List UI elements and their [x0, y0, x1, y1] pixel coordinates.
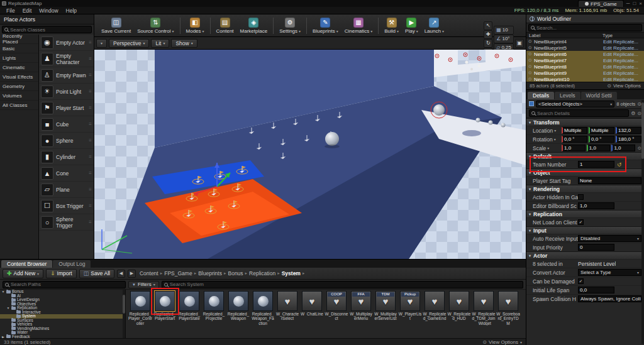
drag-grip-icon[interactable]: ≡ [89, 72, 92, 78]
place-actor-item[interactable]: ● Sphere ≡ [39, 133, 94, 149]
location-x-field[interactable]: Multiple [562, 127, 587, 134]
drag-grip-icon[interactable]: ≡ [89, 203, 92, 209]
outliner-row-type[interactable]: Edit Replicate... [603, 64, 642, 70]
place-actors-category[interactable]: Basic [0, 44, 38, 53]
eye-icon[interactable]: ⊙ [528, 64, 532, 69]
drag-grip-icon[interactable]: ≡ [89, 154, 92, 160]
billboard-scale-field[interactable]: 1,0 [578, 202, 614, 209]
asset-item[interactable]: Pickup ♥ W_PlayerList [398, 291, 422, 326]
scale-label[interactable]: Scale▾ [533, 145, 562, 151]
snap-control[interactable]: ∠ 10° [494, 35, 514, 43]
lit-button[interactable]: Lit▾ [151, 39, 169, 48]
drag-grip-icon[interactable]: ≡ [89, 40, 92, 45]
asset-item[interactable]: COOP ♥ W_Disconnect [325, 291, 348, 326]
reset-to-default-icon[interactable]: ↺ [617, 162, 622, 168]
can-be-damaged-checkbox[interactable]: ✓ [578, 278, 584, 284]
breadcrumb-item[interactable]: System [280, 270, 302, 277]
drag-grip-icon[interactable]: ≡ [89, 105, 92, 111]
asset-item[interactable]: ♥ W_Scoreboard_EntryTDM [496, 291, 520, 326]
details-tab[interactable]: World Setti [581, 92, 617, 99]
viewport-options-button[interactable]: ▾ [96, 39, 107, 48]
place-actors-category[interactable]: Volumes [0, 91, 38, 101]
back-button[interactable]: ◀ [117, 270, 125, 278]
auto-receive-input-dropdown[interactable]: Disabled ▾ [578, 235, 641, 242]
eye-icon[interactable]: ⊙ [637, 111, 641, 116]
outliner-row[interactable]: ⊙ NewBlueprint6 Edit Replicate... [526, 51, 644, 57]
outliner-row[interactable]: ⊙ NewBlueprint7 Edit Replicate... [526, 57, 644, 63]
place-actor-item[interactable]: ☀ Point Light ≡ [39, 84, 94, 100]
drag-grip-icon[interactable]: ≡ [89, 170, 92, 176]
gear-icon[interactable]: ⚙ [631, 111, 635, 116]
menu-item[interactable]: File [3, 8, 19, 14]
project-tab[interactable]: FPS_Game [578, 0, 624, 8]
toolbar-button[interactable]: ◈ Marketplace ▾ [237, 16, 271, 35]
menu-item[interactable]: Help [62, 8, 80, 14]
show-button[interactable]: Show▾ [171, 39, 197, 48]
section-header-input[interactable]: ▾ Input [526, 226, 644, 234]
location-z-field[interactable]: 132,0 [616, 127, 641, 134]
rotation-label[interactable]: Rotation▾ [533, 136, 562, 143]
toolbar-button[interactable]: ⚙ Settings ▾ [276, 16, 304, 35]
outliner-view-options-button[interactable]: ⊙ View Options [607, 83, 641, 89]
transform-tool-button[interactable]: ↻ [484, 39, 492, 48]
place-actor-item[interactable]: ▱ Plane ≡ [39, 182, 94, 198]
asset-item[interactable]: ♥ W_Replicated_HUD [447, 291, 471, 326]
asset-item[interactable]: ♥ Replicated_PlayerStart [153, 291, 177, 326]
place-actor-item[interactable]: ○ Sphere Trigger ≡ [39, 214, 94, 231]
asset-item[interactable]: FFA ♥ W_MultiplayerMenu [349, 291, 373, 326]
drag-grip-icon[interactable]: ≡ [89, 219, 92, 225]
asset-item[interactable]: ♥ Replicated_Projectile [202, 291, 226, 326]
outliner-row[interactable]: ⊙ NewBlueprint8 Edit Replicate... [526, 63, 644, 70]
section-header-object[interactable]: ▾ Object [526, 168, 644, 176]
team-number-field[interactable]: 1 [578, 161, 614, 168]
asset-item[interactable]: ♥ W_ChatLine [300, 291, 324, 326]
spawn-collision-dropdown[interactable]: Always Spawn, Ignore Collision ▾ [578, 295, 641, 302]
outliner-row-type[interactable]: Edit Replicate... [603, 58, 642, 63]
asset-item[interactable]: ♥ W_CharacterSelect [275, 291, 299, 326]
add-new-button[interactable]: ✚ Add New ▾ [3, 269, 43, 278]
filters-button[interactable]: ▼ Filters ▾ [128, 281, 159, 288]
place-actors-category[interactable]: Cinematic [0, 63, 38, 72]
menu-item[interactable]: Edit [19, 8, 36, 14]
details-tab[interactable]: Details [528, 92, 554, 99]
place-actor-item[interactable]: ▮ Cylinder ≡ [39, 149, 94, 165]
actor-hidden-checkbox[interactable] [578, 194, 584, 200]
menu-item[interactable]: Window [35, 8, 62, 14]
tree-expand-arrow-icon[interactable]: ▼ [1, 290, 5, 294]
toolbar-button[interactable]: ⇅ Source Control ▾ [134, 16, 177, 35]
perspective-button[interactable]: Perspective▾ [109, 39, 149, 48]
scale-x-field[interactable]: 1,0 [562, 145, 586, 151]
details-tab[interactable]: Levels [555, 92, 580, 99]
net-load-checkbox[interactable]: ✓ [578, 219, 584, 225]
outliner-row[interactable]: ⊙ NewBlueprint10 Edit Replicate... [526, 76, 644, 82]
place-actor-item[interactable]: ☐ Box Trigger ≡ [39, 198, 94, 214]
outliner-row[interactable]: ⊙ NewBlueprint9 Edit Replicate... [526, 70, 644, 76]
details-search-input[interactable] [537, 111, 626, 116]
maximize-viewport-button[interactable]: ▣ [515, 39, 524, 48]
place-actor-item[interactable]: ▲ Cone ≡ [39, 165, 94, 182]
drag-grip-icon[interactable]: ≡ [89, 89, 92, 94]
initial-life-span-field[interactable]: 0,0 [578, 287, 614, 293]
eye-icon[interactable]: ⊙ [528, 58, 532, 63]
scale-z-field[interactable]: 1,0 [611, 145, 635, 151]
search-assets-input[interactable] [170, 282, 521, 287]
drag-grip-icon[interactable]: ≡ [89, 138, 92, 143]
view-options-button[interactable]: ⊙ View Options ▾ [482, 339, 522, 345]
toolbar-button[interactable]: ◫ Save Current ▾ [98, 16, 134, 35]
asset-item[interactable]: ♥ Replicated_PlayerState [177, 291, 201, 326]
search-paths-input[interactable] [11, 282, 123, 287]
drag-grip-icon[interactable]: ≡ [89, 121, 92, 127]
type-column-header[interactable]: Type [602, 33, 641, 38]
tree-expand-arrow-icon[interactable]: ▶ [1, 335, 5, 339]
eye-icon[interactable]: ⊙ [637, 101, 641, 107]
rotation-y-field[interactable]: 0,0 ° [589, 136, 614, 143]
drag-grip-icon[interactable]: ≡ [89, 187, 92, 192]
location-label[interactable]: Location▾ [533, 128, 562, 134]
window-control-button[interactable]: × [639, 1, 642, 6]
convert-actor-dropdown[interactable]: Select a Type ▾ [578, 269, 641, 276]
toolbar-button[interactable]: ▤ Content ▾ [213, 16, 237, 35]
section-header-rendering[interactable]: ▾ Rendering [526, 185, 644, 192]
asset-item[interactable]: ♥ W_Replicated_GameEnd [423, 291, 447, 326]
eye-icon[interactable]: ⊙ [528, 70, 532, 75]
transform-tool-button[interactable]: ↖ [484, 21, 492, 30]
